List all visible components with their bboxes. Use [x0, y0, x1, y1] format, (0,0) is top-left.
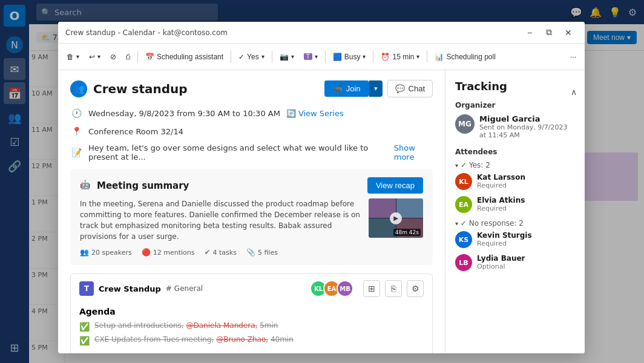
busy-dropdown-icon: ▾: [363, 53, 366, 60]
calendar-icon: 📅: [145, 53, 154, 61]
discard-button[interactable]: ⊘: [107, 48, 120, 65]
scheduling-assistant-button[interactable]: 📅 Scheduling assistant: [142, 48, 227, 65]
chat-button[interactable]: 💬 Chat: [387, 80, 433, 97]
organizer-sent: Sent on Monday, 9/7/2023 at 11:45 AM: [479, 123, 575, 139]
alarm-icon: ⏰: [381, 53, 390, 61]
attendees-label: Attendees: [455, 148, 575, 156]
summary-title: Meeting summary: [97, 180, 367, 191]
summary-thumbnail[interactable]: ▶ 48m 42s: [369, 198, 423, 238]
agenda-item-1: ✅ Setup and introductions, @Daniela Mand…: [79, 321, 424, 332]
files-icon: 📎: [246, 248, 255, 257]
channel-name: General: [174, 284, 203, 293]
chart-icon: 📊: [435, 53, 444, 61]
stat-speakers: 👥 20 speakers: [80, 248, 132, 257]
summary-body: In the meeting, Serena and Danielle disc…: [80, 198, 423, 242]
agenda-item-1-main: Setup and introductions,: [94, 321, 184, 330]
stat-mentions-value: 12 mentions: [153, 249, 195, 257]
attendee-avatar-kevin: KS: [455, 231, 472, 248]
delete-dropdown-icon: ▾: [76, 53, 79, 60]
agenda-item-1-suffix: 5min: [260, 321, 278, 330]
print-icon: ⎙: [126, 53, 130, 61]
description-text: Hey team, let's go over some designs and…: [88, 143, 388, 162]
restore-button[interactable]: ⧉: [540, 25, 558, 40]
organizer-avatar: MG: [455, 114, 475, 134]
teams-button[interactable]: T ▾: [300, 48, 321, 65]
agenda-item-2-suffix: 40min: [271, 335, 294, 344]
busy-button[interactable]: 🟦 Busy ▾: [329, 48, 370, 65]
view-series-link[interactable]: 🔄 View Series: [286, 109, 344, 118]
teams-name: Crew Standup: [99, 284, 161, 293]
organizer-row: MG Miguel Garcia Sent on Monday, 9/7/202…: [455, 114, 575, 139]
check-icon-2: ✅: [79, 336, 90, 345]
note-icon: 📝: [70, 146, 82, 159]
teams-header: T Crew Standup # General KL EA MB ⊞ ⎘ ⚙: [79, 280, 424, 297]
video-icon: 📹: [333, 84, 343, 93]
attendee-info-elvia: Elvia Atkins Required: [477, 196, 575, 212]
agenda-item-2-text: CXE Updates from Tues meeting, @Bruno Zh…: [94, 335, 294, 344]
more-button[interactable]: ···: [567, 48, 580, 65]
attendee-lydia: LB Lydia Bauer Optional: [455, 254, 575, 271]
play-icon: ▶: [390, 212, 402, 224]
refresh-icon: 🔄: [286, 109, 296, 118]
modal-toolbar: 🗑 ▾ ↩ ▾ ⊘ ⎙ 📅 Scheduling assistant ✓ Yes…: [58, 44, 585, 70]
join-wrapper: 📹 Join ▾: [324, 80, 383, 97]
summary-stats: 👥 20 speakers 🔴 12 mentions ✔ 4 tasks 📎 …: [80, 248, 423, 257]
modal-controls: − ⧉ ✕: [521, 25, 577, 40]
print-button[interactable]: ⎙: [122, 48, 134, 65]
toolbar-divider-4: [325, 51, 326, 63]
chat-label: Chat: [409, 84, 425, 93]
modal-titlebar: Crew standup - Calendar - kat@contoso.co…: [58, 22, 585, 44]
channel-icon: #: [166, 284, 172, 293]
discard-icon: ⊘: [110, 53, 116, 61]
stat-mentions: 🔴 12 mentions: [142, 248, 195, 257]
view-recap-button[interactable]: View recap: [367, 177, 423, 194]
meeting-summary-section: 🤖 Meeting summary View recap In the meet…: [70, 169, 433, 265]
camera-button[interactable]: 📷 ▾: [276, 48, 298, 65]
teams-logo: T: [79, 281, 94, 296]
attendee-name-kat: Kat Larsson: [477, 173, 575, 182]
date-row: 🕐 Wednesday, 9/8/2023 from 9:30 AM to 10…: [70, 107, 433, 119]
yes-button[interactable]: ✓ Yes ▾: [235, 48, 268, 65]
camera-icon: 📷: [280, 53, 289, 61]
teams-grid-button[interactable]: ⊞: [363, 280, 380, 297]
undo-icon: ↩: [89, 53, 95, 61]
yes-count-label: ▾ ✓ Yes: 2: [455, 161, 575, 169]
attendee-role-elvia: Required: [477, 204, 575, 212]
agenda-item-2: ✅ CXE Updates from Tues meeting, @Bruno …: [79, 335, 424, 345]
collapse-button[interactable]: ∧: [568, 86, 580, 98]
teams-badge: T: [304, 53, 312, 60]
summary-text: In the meeting, Serena and Danielle disc…: [80, 198, 361, 242]
location-text: Conference Room 32/14: [88, 127, 183, 136]
attendee-avatar-lydia: LB: [455, 254, 472, 271]
teams-copy-button[interactable]: ⎘: [385, 280, 402, 297]
attendee-info-kevin: Kevin Sturgis Required: [477, 231, 575, 247]
attendee-name-kevin: Kevin Sturgis: [477, 231, 575, 240]
attendee-role-lydia: Optional: [477, 263, 575, 270]
delete-button[interactable]: 🗑 ▾: [63, 48, 83, 65]
undo-dropdown-icon: ▾: [97, 53, 100, 60]
minimize-button[interactable]: −: [521, 25, 539, 40]
reminder-button[interactable]: ⏰ 15 min ▾: [377, 48, 423, 65]
scheduling-poll-button[interactable]: 📊 Scheduling poll: [431, 48, 499, 65]
event-actions: 📹 Join ▾ 💬 Chat: [324, 80, 433, 97]
show-more-link[interactable]: Show more: [394, 143, 433, 162]
join-label: Join: [346, 84, 361, 93]
join-button[interactable]: 📹 Join: [324, 80, 369, 97]
stat-tasks-value: 4 tasks: [213, 249, 237, 257]
close-button[interactable]: ✕: [559, 25, 577, 40]
scheduling-poll-label: Scheduling poll: [446, 53, 495, 61]
undo-button[interactable]: ↩ ▾: [85, 48, 104, 65]
toolbar-divider-5: [373, 51, 373, 63]
modal-title: Crew standup - Calendar - kat@contoso.co…: [65, 28, 228, 37]
scheduling-assistant-label: Scheduling assistant: [157, 53, 223, 61]
event-title: Crew standup: [93, 82, 324, 96]
busy-icon: 🟦: [333, 53, 342, 61]
toolbar-divider-3: [272, 51, 272, 63]
attendee-elvia: EA Elvia Atkins Required: [455, 196, 575, 213]
stat-files: 📎 5 files: [246, 248, 278, 257]
teams-settings-button[interactable]: ⚙: [407, 280, 424, 297]
teams-section: T Crew Standup # General KL EA MB ⊞ ⎘ ⚙: [70, 273, 433, 353]
teams-avatars: KL EA MB: [314, 280, 353, 297]
join-dropdown-button[interactable]: ▾: [369, 80, 383, 97]
stat-tasks: ✔ 4 tasks: [204, 248, 236, 257]
